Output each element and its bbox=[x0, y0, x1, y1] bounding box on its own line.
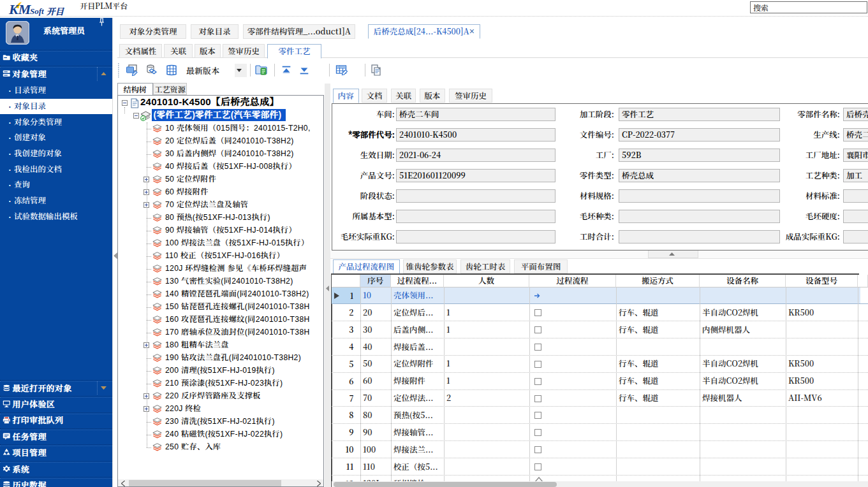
svg-text:Soft: Soft bbox=[30, 6, 44, 16]
svg-text:KM: KM bbox=[8, 1, 32, 17]
